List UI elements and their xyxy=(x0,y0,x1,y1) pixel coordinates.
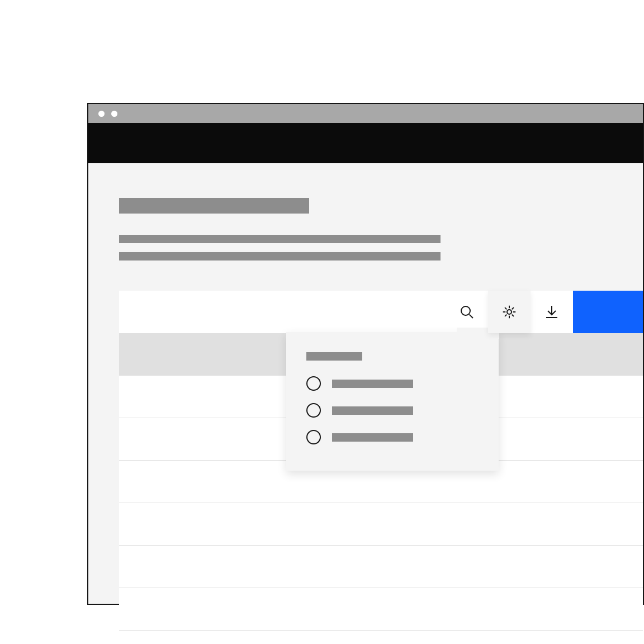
svg-point-0 xyxy=(461,306,470,315)
app-window xyxy=(87,103,644,605)
radio-label xyxy=(332,406,413,415)
page-title xyxy=(119,198,309,214)
svg-line-1 xyxy=(470,315,473,319)
radio-icon xyxy=(306,430,321,444)
window-titlebar xyxy=(88,104,643,123)
radio-option[interactable] xyxy=(306,376,479,391)
radio-option[interactable] xyxy=(306,403,479,418)
window-control-close[interactable] xyxy=(98,111,105,117)
radio-option[interactable] xyxy=(306,430,479,444)
download-button[interactable] xyxy=(531,291,573,333)
table-row[interactable] xyxy=(119,546,643,588)
popover-title xyxy=(306,352,362,361)
search-button[interactable] xyxy=(446,291,488,333)
search-icon xyxy=(460,305,474,319)
page-content xyxy=(88,163,643,261)
page-description-line xyxy=(119,252,441,261)
settings-popover xyxy=(286,332,499,471)
window-control-minimize[interactable] xyxy=(111,111,117,117)
radio-label xyxy=(332,380,413,388)
radio-icon xyxy=(306,376,321,391)
svg-point-2 xyxy=(507,310,512,314)
radio-icon xyxy=(306,403,321,418)
settings-button[interactable] xyxy=(488,291,531,333)
toolbar xyxy=(119,291,643,333)
table-row[interactable] xyxy=(119,503,643,546)
primary-action-button[interactable] xyxy=(573,291,643,333)
download-icon xyxy=(544,305,559,319)
app-header xyxy=(88,123,643,163)
toolbar-spacer xyxy=(119,291,446,333)
page-description-line xyxy=(119,235,441,243)
gear-icon xyxy=(502,305,517,319)
radio-label xyxy=(332,433,413,442)
table-row[interactable] xyxy=(119,588,643,631)
